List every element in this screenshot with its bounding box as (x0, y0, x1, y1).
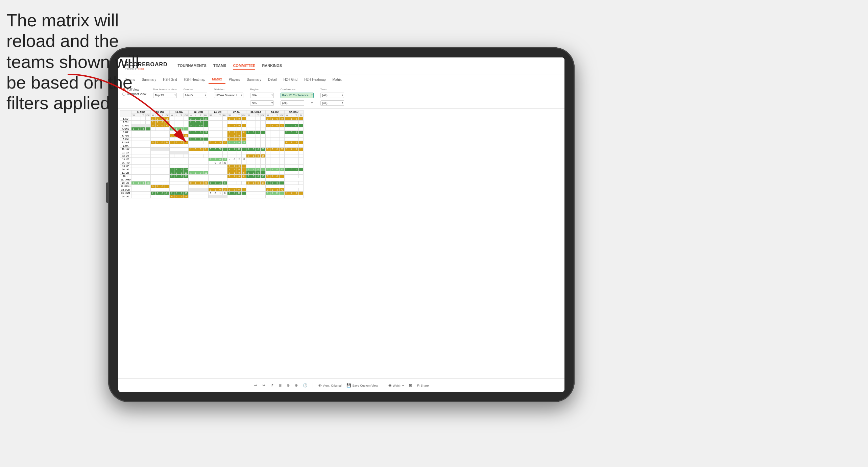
zoom-plus-button[interactable]: ⊕ (295, 383, 298, 388)
matrix-cell (280, 127, 284, 131)
matrix-cell (280, 192, 284, 195)
region-select[interactable]: N/A East West (250, 93, 274, 98)
matrix-cell: 0 (241, 175, 246, 178)
matrix-cell: 0 (227, 134, 232, 138)
matrix-cell: 0 (256, 171, 261, 175)
subnav-h2h-heatmap1[interactable]: H2H Heatmap (180, 76, 209, 83)
sub-d7: Dif (261, 114, 265, 117)
matrix-cell-empty (208, 195, 227, 198)
matrix-cell-empty (169, 181, 188, 185)
region-na-select[interactable]: N/A (250, 100, 274, 106)
sub-l9: L (289, 114, 294, 117)
row-label: 9. UA (120, 144, 131, 148)
watch-button[interactable]: ◉ Watch ▾ (388, 383, 404, 388)
nav-committee[interactable]: COMMITTEE (233, 62, 255, 70)
matrix-cell (256, 121, 261, 124)
subnav-h2h-heatmap2[interactable]: H2H Heatmap (301, 76, 329, 83)
sub-l2: L (155, 114, 160, 117)
share-button[interactable]: ⎘ Share (417, 384, 429, 388)
matrix-cell-empty (169, 148, 188, 151)
gender-select[interactable]: Men's Women's (184, 93, 207, 98)
matrix-cell (165, 127, 169, 131)
matrix-cell-empty (150, 144, 169, 148)
max-teams-select[interactable]: Top 25 Top 10 Top 50 (153, 93, 177, 98)
matrix-cell (146, 121, 150, 124)
team-all-select[interactable]: (All) (320, 100, 344, 106)
matrix-cell (284, 165, 289, 168)
matrix-cell-empty (284, 185, 303, 188)
matrix-area[interactable]: 3. ASU 10. UW 11. UA 22. UCB 24. UO 27. … (118, 109, 564, 378)
matrix-cell: 0 (280, 117, 284, 121)
redo-button[interactable]: ↪ (262, 383, 265, 388)
share-label: Share (420, 384, 429, 387)
grid-icon: ⊞ (409, 383, 412, 388)
matrix-cell (141, 117, 146, 121)
subnav-h2h-grid1[interactable]: H2H Grid (160, 76, 180, 83)
matrix-cell (131, 117, 136, 121)
sub-d6: Dif (241, 114, 246, 117)
matrix-cell: 0 (237, 117, 241, 121)
matrix-cell: 2 (218, 161, 222, 165)
matrix-cell (265, 165, 270, 168)
subnav-h2h-grid2[interactable]: H2H Grid (280, 76, 301, 83)
grid-button[interactable]: ⊞ (409, 383, 412, 388)
sub-t7: T (256, 114, 261, 117)
matrix-cell (141, 121, 146, 124)
table-row: 24. UO02029 (120, 195, 304, 198)
subnav-players[interactable]: Players (225, 76, 243, 83)
view-original-button[interactable]: 👁 View: Original (318, 384, 341, 388)
matrix-cell (203, 121, 208, 124)
matrix-cell: 0 (227, 171, 232, 175)
zoom-fit-button[interactable]: ⊞ (279, 383, 282, 388)
matrix-cell: 1 (213, 141, 218, 144)
matrix-cell-empty (150, 188, 169, 192)
matrix-cell (280, 144, 284, 148)
nav-tournaments[interactable]: TOURNAMENTS (178, 62, 207, 70)
undo-button[interactable]: ↩ (254, 383, 257, 388)
save-custom-button[interactable]: 💾 Save Custom View (346, 383, 378, 388)
matrix-cell (222, 151, 227, 154)
matrix-cell-empty (189, 165, 208, 168)
matrix-cell (261, 131, 265, 134)
matrix-cell (237, 181, 241, 185)
nav-teams[interactable]: TEAMS (213, 62, 226, 70)
matrix-cell (218, 117, 222, 121)
clock-icon: 🕐 (303, 383, 308, 388)
table-row: 10. UW13013032417220066120511451 (120, 148, 304, 151)
matrix-cell (280, 141, 284, 144)
matrix-cell (169, 121, 174, 124)
division-select[interactable]: NCAA Division I NCAA Division II (214, 93, 243, 98)
nav-rankings[interactable]: RANKINGS (262, 62, 282, 70)
row-label: 13. UT (120, 158, 131, 161)
subnav-summary2[interactable]: Summary (243, 76, 265, 83)
sub-l8: L (270, 114, 275, 117)
conference-all-select[interactable]: (All) (281, 100, 304, 106)
subnav-detail[interactable]: Detail (265, 76, 280, 83)
matrix-cell: 1 (294, 168, 298, 171)
matrix-cell (270, 154, 275, 158)
matrix-cell-empty (150, 165, 169, 168)
matrix-cell: 60 (280, 124, 284, 127)
matrix-cell (294, 138, 298, 141)
row-label: 20. UG (120, 181, 131, 185)
matrix-cell: 0 (256, 148, 261, 151)
matrix-cell: 0 (198, 121, 203, 124)
matrix-cell (179, 124, 184, 127)
matrix-cell (179, 121, 184, 124)
watch-chevron: ▾ (402, 384, 404, 387)
matrix-cell: 2 (284, 168, 289, 171)
refresh-button[interactable]: ↺ (270, 383, 273, 388)
nav-bar: SCOREBOARD Powered by clippd TOURNAMENTS… (118, 57, 564, 74)
col-header-osu: 57. OSU (284, 110, 303, 114)
matrix-cell (284, 188, 289, 192)
conference-select[interactable]: Pac-12 Conference (All) (281, 93, 314, 98)
subnav-matrix2[interactable]: Matrix (329, 76, 345, 83)
matrix-cell (184, 127, 188, 131)
subnav-matrix1[interactable]: Matrix (209, 75, 225, 84)
matrix-cell (193, 141, 198, 144)
table-row: 14. TTU-0222 (120, 161, 304, 165)
clock-button[interactable]: 🕐 (303, 383, 308, 388)
table-row: 17. GIT10011110110100100 (120, 171, 304, 175)
zoom-out-button[interactable]: ⊖ (287, 383, 290, 388)
team-select[interactable]: (All) (320, 93, 344, 98)
